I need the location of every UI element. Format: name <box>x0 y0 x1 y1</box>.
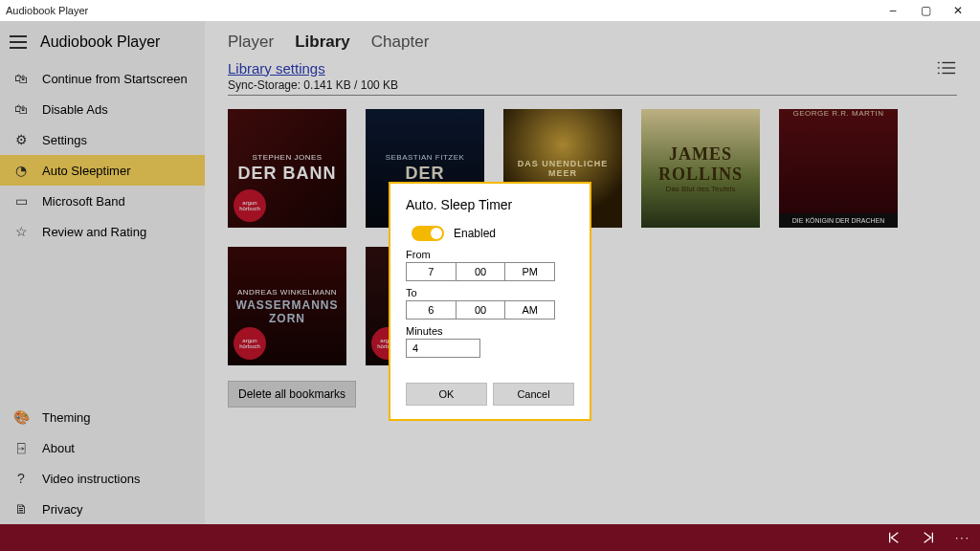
minutes-input[interactable]: 4 <box>406 339 480 358</box>
enabled-toggle[interactable] <box>412 226 444 241</box>
minutes-label: Minutes <box>406 325 574 337</box>
from-hour[interactable]: 7 <box>407 263 456 280</box>
skip-next-icon[interactable] <box>921 530 936 545</box>
auto-sleep-timer-dialog: Auto. Sleep Timer Enabled From 7 00 PM T… <box>389 182 591 421</box>
skip-previous-icon[interactable] <box>886 530 902 545</box>
from-minute[interactable]: 00 <box>456 263 505 280</box>
to-ampm[interactable]: AM <box>504 301 554 319</box>
to-minute[interactable]: 00 <box>456 301 505 319</box>
window-title: Audiobook Player <box>6 5 88 16</box>
to-label: To <box>406 287 574 298</box>
from-ampm[interactable]: PM <box>504 263 554 280</box>
dialog-title: Auto. Sleep Timer <box>406 197 574 212</box>
close-button[interactable]: ✕ <box>942 4 974 17</box>
from-time-input[interactable]: 7 00 PM <box>406 262 555 281</box>
cancel-button[interactable]: Cancel <box>493 383 574 406</box>
enabled-label: Enabled <box>454 227 496 240</box>
ok-button[interactable]: OK <box>406 383 487 406</box>
minimize-button[interactable]: – <box>877 4 909 17</box>
more-icon[interactable]: ··· <box>955 530 970 545</box>
to-hour[interactable]: 6 <box>407 301 456 319</box>
from-label: From <box>406 249 574 260</box>
to-time-input[interactable]: 6 00 AM <box>406 300 555 320</box>
player-bar: ··· <box>0 524 980 551</box>
maximize-button[interactable]: ▢ <box>909 4 942 17</box>
